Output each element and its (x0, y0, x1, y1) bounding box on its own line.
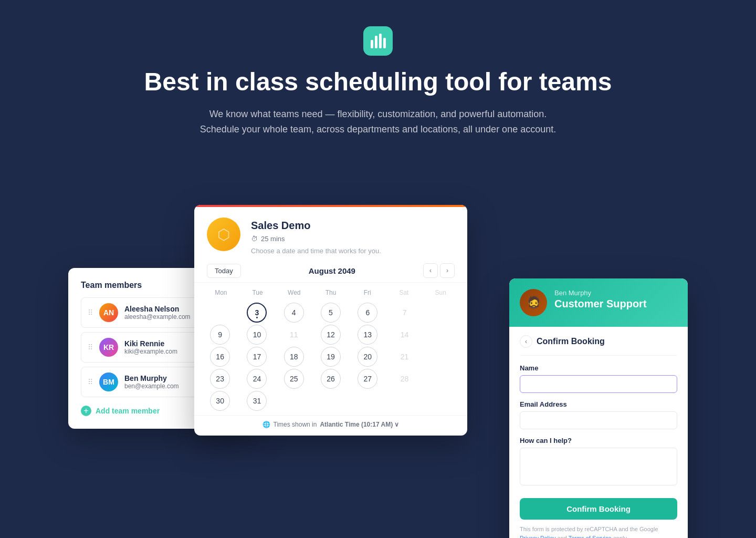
cal-day-20[interactable]: 20 (358, 347, 377, 367)
booking-header: 🧔 Ben Murphy Customer Support (509, 278, 688, 327)
plus-icon: + (81, 406, 91, 416)
cal-day-31[interactable]: 31 (247, 391, 267, 411)
main-title: Best in class scheduling tool for teams (10, 68, 746, 96)
day-header-tue: Tue (239, 287, 276, 298)
duration-text: 25 mins (261, 235, 285, 243)
booking-header-info: Ben Murphy Customer Support (554, 289, 647, 310)
day-header-wed: Wed (276, 287, 312, 298)
cal-day-9[interactable]: 9 (210, 325, 230, 345)
cal-day-3[interactable]: 3 (247, 303, 267, 323)
cal-day-6[interactable]: 6 (358, 303, 377, 323)
today-button[interactable]: Today (207, 264, 241, 278)
cal-day-8-empty (432, 303, 452, 323)
calendar-card: ⬡ Sales Demo ⏱ 25 mins Choose a date and… (194, 205, 467, 436)
cal-day-4[interactable]: 4 (284, 303, 304, 323)
day-header-fri: Fri (349, 287, 386, 298)
cal-day-22-empty (432, 347, 452, 367)
apply-text: apply. (613, 535, 628, 538)
subtitle: We know what teams need — flexibility, c… (200, 107, 556, 137)
cal-day-24[interactable]: 24 (247, 369, 267, 389)
booking-department: Customer Support (554, 298, 647, 310)
recaptcha-text: This form is protected by reCAPTCHA and … (520, 526, 658, 532)
drag-handle-icon: ⠿ (88, 343, 93, 351)
add-member-label: Add team member (96, 407, 160, 415)
sales-demo-avatar: ⬡ (207, 218, 240, 251)
cal-day-23[interactable]: 23 (210, 369, 230, 389)
hexagon-icon: ⬡ (217, 226, 230, 243)
cal-day-26[interactable]: 26 (321, 369, 341, 389)
name-label: Name (520, 364, 677, 372)
confirm-booking-button[interactable]: Confirm Booking (520, 498, 677, 520)
email-field-group: Email Address (520, 400, 677, 429)
cal-day-empty (210, 303, 230, 323)
confirm-heading: ‹ Confirm Booking (520, 335, 677, 356)
calendar-month-year: August 2049 (309, 266, 355, 275)
avatar-aleesha: AN (99, 303, 118, 322)
cal-empty-2 (321, 391, 341, 411)
cal-empty-5 (432, 391, 452, 411)
avatar-ben: BM (99, 373, 118, 391)
terms-of-service-link[interactable]: Terms of Service (569, 535, 612, 538)
cal-day-30[interactable]: 30 (210, 391, 230, 411)
timezone-prefix: Times shown in (274, 421, 317, 428)
calendar-arrows: ‹ › (423, 263, 455, 278)
cal-day-29-empty (432, 369, 452, 389)
and-text: and (558, 535, 567, 538)
booking-avatar: 🧔 (520, 289, 547, 316)
cal-empty-4 (395, 391, 415, 411)
sales-description: Choose a date and time that works for yo… (251, 247, 381, 255)
globe-icon: 🌐 (262, 421, 270, 428)
cal-day-17[interactable]: 17 (247, 347, 267, 367)
back-button[interactable]: ‹ (520, 335, 532, 348)
cal-day-10[interactable]: 10 (247, 325, 267, 345)
calendar-header-area: ⬡ Sales Demo ⏱ 25 mins Choose a date and… (194, 207, 467, 255)
help-textarea[interactable] (520, 448, 677, 485)
timezone-value[interactable]: Atlantic Time (10:17 AM) ∨ (320, 421, 399, 428)
confirm-booking-heading: Confirm Booking (537, 337, 605, 346)
logo-container (10, 26, 746, 56)
cal-empty-1 (284, 391, 304, 411)
page-header: Best in class scheduling tool for teams … (0, 0, 756, 158)
cal-day-16[interactable]: 16 (210, 347, 230, 367)
timezone-bar: 🌐 Times shown in Atlantic Time (10:17 AM… (194, 415, 467, 436)
cal-empty-3 (358, 391, 377, 411)
name-input[interactable] (520, 375, 677, 393)
day-header-thu: Thu (312, 287, 349, 298)
cal-day-27[interactable]: 27 (358, 369, 377, 389)
cal-day-11: 11 (284, 325, 304, 345)
cal-day-18[interactable]: 18 (284, 347, 304, 367)
booking-person-name: Ben Murphy (554, 289, 647, 297)
cal-day-5[interactable]: 5 (321, 303, 341, 323)
name-field-group: Name (520, 364, 677, 393)
logo-icon (363, 26, 393, 56)
help-label: How can I help? (520, 437, 677, 444)
prev-month-button[interactable]: ‹ (423, 263, 438, 278)
cal-day-28: 28 (395, 369, 415, 389)
sales-demo-info: Sales Demo ⏱ 25 mins Choose a date and t… (251, 218, 381, 255)
drag-handle-icon: ⠿ (88, 378, 93, 386)
avatar-kiki: KR (99, 338, 118, 357)
cal-day-14: 14 (395, 325, 415, 345)
calendar-grid: 3 4 5 6 7 9 10 11 12 13 14 16 17 18 19 2… (194, 301, 467, 415)
recaptcha-notice: This form is protected by reCAPTCHA and … (520, 525, 677, 538)
calendar-nav: Today August 2049 ‹ › (194, 255, 467, 283)
day-header-mon: Mon (203, 287, 239, 298)
clock-icon: ⏱ (251, 235, 258, 243)
email-input[interactable] (520, 411, 677, 429)
ben-murphy-avatar: 🧔 (520, 289, 547, 316)
cards-area: Team members ⠿ AN Aleesha Nelson aleesha… (0, 173, 756, 499)
cal-day-13[interactable]: 13 (358, 325, 377, 345)
cal-day-12[interactable]: 12 (321, 325, 341, 345)
cal-day-7: 7 (395, 303, 415, 323)
next-month-button[interactable]: › (440, 263, 455, 278)
cal-day-19[interactable]: 19 (321, 347, 341, 367)
booking-body: ‹ Confirm Booking Name Email Address How… (509, 327, 688, 538)
booking-card: 🧔 Ben Murphy Customer Support ‹ Confirm … (509, 278, 688, 538)
chevron-down-icon: ∨ (394, 421, 399, 428)
day-header-sat: Sat (386, 287, 423, 298)
help-field-group: How can I help? (520, 437, 677, 488)
cal-day-25[interactable]: 25 (284, 369, 304, 389)
privacy-policy-link[interactable]: Privacy Policy (520, 535, 555, 538)
email-label: Email Address (520, 400, 677, 408)
sales-demo-title: Sales Demo (251, 220, 381, 232)
